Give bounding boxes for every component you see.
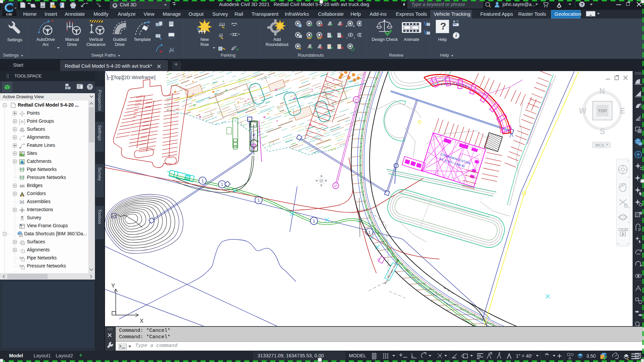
svg-text:S: S [600,127,605,136]
svg-text:TOP: TOP [598,108,607,113]
svg-text:S: S [334,184,338,187]
svg-text:!: ! [628,357,629,361]
svg-text:1: 1 [258,198,260,203]
svg-text:A: A [640,179,642,183]
svg-text:1" = 40': 1" = 40' [516,353,532,359]
svg-text:N: N [599,87,605,96]
svg-text:1: 1 [221,182,223,187]
svg-text:[−][Top][2D Wireframe]: [−][Top][2D Wireframe] [107,75,155,80]
svg-text:X: X [140,318,144,324]
svg-text:C3D: C3D [6,13,12,16]
svg-text:W: W [579,107,586,115]
svg-text:F U E L C A N O P Y: F U E L C A N O P Y [440,81,471,89]
svg-text:?: ? [89,84,91,89]
svg-text:1: 1 [202,179,204,183]
svg-text:3.50: 3.50 [586,353,596,359]
svg-text:E: E [620,107,625,115]
svg-text:WCS: WCS [595,143,604,147]
svg-text:Y: Y [111,283,115,289]
svg-text:1: 1 [313,219,315,224]
svg-text:P: P [638,228,641,232]
svg-text:S: S [354,98,358,101]
svg-text:?: ? [581,2,583,7]
svg-text:1: 1 [368,230,371,235]
